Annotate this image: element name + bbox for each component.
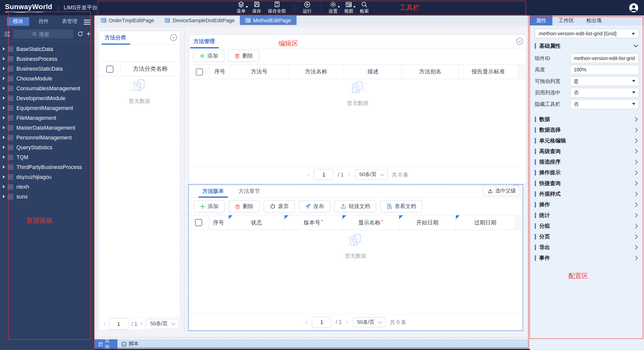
tree-item[interactable]: ConsumablesManagement <box>0 83 94 93</box>
save-button[interactable]: 保存 <box>249 0 265 16</box>
expand-caret-icon[interactable] <box>3 86 5 90</box>
props-section[interactable]: 分页 <box>535 231 639 242</box>
expand-caret-icon[interactable] <box>3 165 5 169</box>
run-button[interactable]: 运行 <box>299 0 315 16</box>
props-section[interactable]: 操作 <box>535 199 639 210</box>
expand-caret-icon[interactable] <box>3 47 5 50</box>
expand-caret-icon[interactable] <box>3 106 5 109</box>
column-header[interactable]: 方法分类名称 <box>121 62 180 76</box>
delete-button[interactable]: 删除 <box>228 50 259 62</box>
tab-script[interactable]: JS 脚本 <box>117 339 143 348</box>
tab-page[interactable]: 页面 <box>94 339 117 348</box>
add-button[interactable]: 添加 <box>194 200 225 213</box>
props-section[interactable]: 筛选排序 <box>535 157 639 167</box>
props-section[interactable]: 外观样式 <box>535 189 639 199</box>
props-section[interactable]: 操作提示 <box>535 167 639 178</box>
page-size-select[interactable]: 50条/页 <box>355 169 388 180</box>
props-section[interactable]: 数据 <box>535 114 639 125</box>
expand-caret-icon[interactable] <box>3 175 5 179</box>
expand-caret-icon[interactable] <box>3 146 5 149</box>
select-all-checkbox[interactable] <box>106 65 113 72</box>
page-number-input[interactable] <box>312 317 331 328</box>
select-parent-button[interactable]: 选中父级 <box>483 186 520 196</box>
collapse-tree-icon[interactable] <box>4 31 10 37</box>
props-section[interactable]: 事件 <box>535 253 639 263</box>
tree-item[interactable]: DevelopmentModule <box>0 93 94 103</box>
expand-caret-icon[interactable] <box>3 126 5 129</box>
sidebar-tab[interactable]: 控件 <box>33 17 55 26</box>
prev-page-icon[interactable]: ‹ <box>103 320 106 327</box>
add-icon[interactable]: + <box>86 31 91 37</box>
props-tab[interactable]: 工作区 <box>552 16 580 25</box>
edit-page-tab[interactable]: OrderTmplEditPage <box>96 16 160 25</box>
menu-button[interactable]: 菜单 <box>233 0 249 16</box>
expand-caret-icon[interactable] <box>3 136 5 139</box>
version-tab[interactable]: 方法版本 <box>195 185 231 197</box>
expand-caret-icon[interactable] <box>3 77 5 80</box>
props-section[interactable]: 快捷查询 <box>535 178 639 189</box>
expand-caret-icon[interactable] <box>3 195 5 198</box>
column-header[interactable]: 版本号 * <box>285 215 342 230</box>
props-section[interactable]: 数据选择 <box>535 125 639 135</box>
search-input[interactable] <box>13 29 73 38</box>
settings-button[interactable]: 设置 <box>325 0 341 16</box>
base-props-section[interactable]: 基础属性 <box>535 42 639 50</box>
expand-caret-icon[interactable] <box>3 156 5 159</box>
props-section[interactable]: 导出 <box>535 242 639 253</box>
column-header[interactable]: 状态 * <box>229 215 285 230</box>
sidebar-tab[interactable]: 模块 <box>7 17 29 26</box>
tree-item[interactable]: dsyzuzhijiagou <box>0 172 94 182</box>
link-doc-button[interactable]: 链接文档 <box>334 200 376 213</box>
tree-item[interactable]: FileManagement <box>0 113 94 123</box>
view-button[interactable]: 视图 <box>341 0 356 16</box>
column-header[interactable]: 开始日期 * <box>399 215 456 230</box>
property-input[interactable]: methon-version-edit-list-grid <box>570 53 639 63</box>
method-version-panel-selected[interactable]: 选中父级 方法版本方法章节 添加 删除 废弃 <box>188 184 523 331</box>
tab-method-category[interactable]: 方法分类 <box>105 31 126 44</box>
property-input[interactable]: 否 <box>570 99 639 109</box>
tree-item[interactable]: niexh <box>0 182 94 192</box>
page-size-select[interactable]: 50条/页 <box>353 317 386 328</box>
next-page-icon[interactable]: › <box>348 171 351 178</box>
refresh-icon[interactable] <box>77 31 83 37</box>
expand-caret-icon[interactable] <box>3 96 5 100</box>
expand-caret-icon[interactable] <box>3 67 5 70</box>
props-tab[interactable]: 属性 <box>530 16 552 25</box>
props-tab[interactable]: 检出项 <box>580 16 608 25</box>
next-page-icon[interactable]: › <box>140 320 143 327</box>
tree-item[interactable]: ThirdPartyBusinessProcess <box>0 162 94 172</box>
column-header[interactable]: 过期日期 * <box>456 215 515 230</box>
view-doc-button[interactable]: 查看文档 <box>380 200 422 213</box>
version-tab[interactable]: 方法章节 <box>231 185 267 197</box>
page-size-select[interactable]: 50条/页 <box>146 318 179 329</box>
tree-item[interactable]: BusinessStaticData <box>0 64 94 73</box>
collapse-panel-icon[interactable] <box>516 38 523 45</box>
expand-caret-icon[interactable] <box>3 185 5 188</box>
add-button[interactable]: 添加 <box>193 50 224 62</box>
save-all-button[interactable]: 保存全部 <box>265 0 289 16</box>
prev-page-icon[interactable]: ‹ <box>307 171 310 178</box>
tree-item[interactable]: TQM <box>0 152 94 162</box>
column-header[interactable]: 显示名称 * <box>343 215 399 230</box>
property-input[interactable]: 否 <box>570 88 639 98</box>
column-header[interactable]: 方法名称 <box>288 65 344 79</box>
tab-method-management[interactable]: 方法管理 <box>193 35 215 48</box>
props-section[interactable]: 分组 <box>535 221 639 231</box>
expand-caret-icon[interactable] <box>3 116 5 119</box>
column-header[interactable]: 方法别名 <box>402 65 459 79</box>
select-all-checkbox[interactable] <box>196 68 203 75</box>
component-selector[interactable]: methon-version-edit-list-grid [Grid] <box>535 29 639 38</box>
collapse-panel-icon[interactable] <box>170 34 177 41</box>
tree-item[interactable]: PersonnelManagement <box>0 132 94 142</box>
tree-item[interactable]: EquipmentManagement <box>0 103 94 113</box>
expand-caret-icon[interactable] <box>3 57 5 60</box>
tree-item[interactable]: BusinessProcess <box>0 54 94 64</box>
hamburger-menu-icon[interactable] <box>84 18 91 26</box>
tree-item[interactable]: MasterDataManagement <box>0 123 94 132</box>
next-page-icon[interactable]: › <box>346 319 349 326</box>
column-header[interactable]: 序号 * <box>209 215 229 230</box>
props-section[interactable]: 单元格编辑 <box>535 135 639 146</box>
sidebar-tab[interactable]: 表管理 <box>58 17 81 26</box>
tree-item[interactable]: ChooseModule <box>0 73 94 83</box>
property-input[interactable]: 是 <box>570 76 639 86</box>
